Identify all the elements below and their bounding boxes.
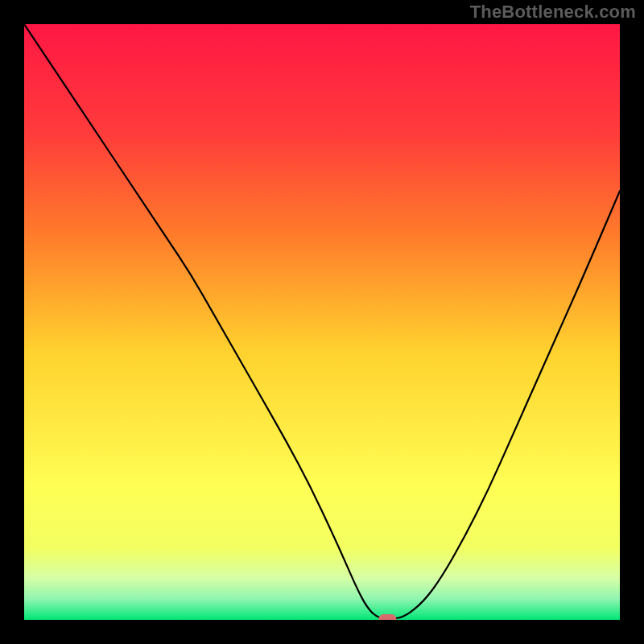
optimal-marker [378,614,396,620]
gradient-background [24,24,620,620]
watermark-text: TheBottleneck.com [470,2,636,23]
chart-frame: TheBottleneck.com [0,0,644,644]
bottleneck-chart [24,24,620,620]
